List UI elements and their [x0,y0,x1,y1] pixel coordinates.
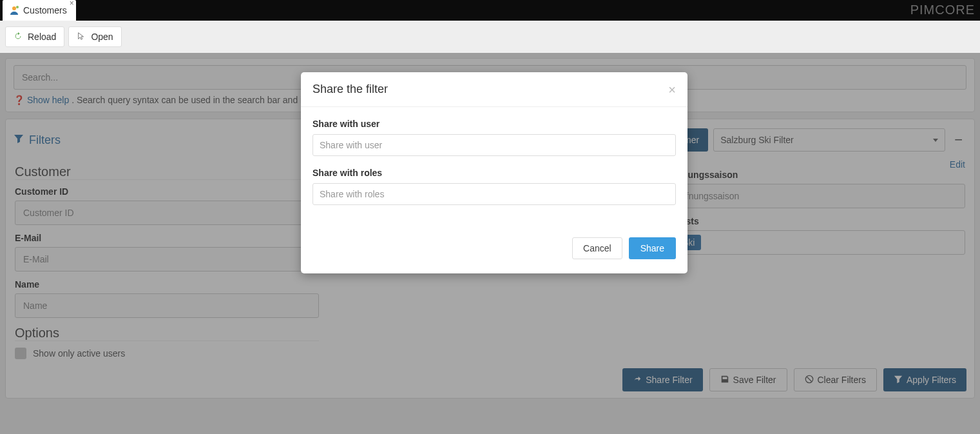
svg-point-0 [12,6,16,10]
brand-logo: PIMCORE [910,0,980,17]
toolbar: Reload Open [0,21,980,53]
share-roles-input[interactable] [312,183,676,205]
reload-button[interactable]: Reload [5,26,64,47]
reload-label: Reload [28,32,56,42]
tab-customers[interactable]: Customers × [3,0,76,21]
svg-point-1 [16,6,19,8]
open-label: Open [91,32,113,42]
reload-icon [14,32,23,43]
share-user-input[interactable] [312,134,676,156]
cursor-icon [77,32,86,43]
modal-body: Share with user Share with roles [301,107,687,228]
share-roles-label: Share with roles [312,168,676,178]
share-user-label: Share with user [312,119,676,129]
cancel-button[interactable]: Cancel [572,237,622,259]
user-icon [9,5,19,15]
close-icon[interactable]: × [70,0,74,6]
tab-label: Customers [23,5,67,15]
open-button[interactable]: Open [68,26,121,47]
share-button[interactable]: Share [629,237,676,259]
close-icon[interactable]: × [668,83,676,96]
share-filter-modal: Share the filter × Share with user Share… [301,72,687,273]
topbar: Customers × PIMCORE [0,0,980,21]
modal-title: Share the filter [312,83,388,96]
modal-footer: Cancel Share [301,228,687,273]
modal-header: Share the filter × [301,72,687,107]
